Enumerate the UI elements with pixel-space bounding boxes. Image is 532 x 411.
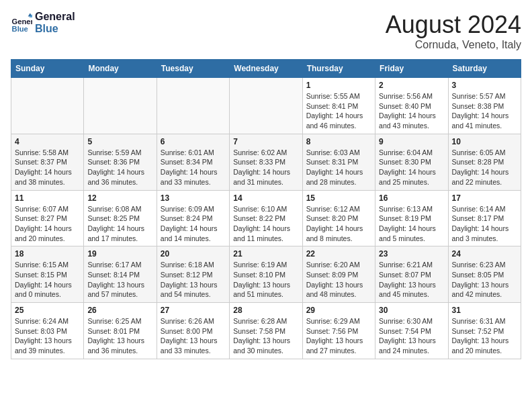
- day-info: Sunrise: 6:02 AM Sunset: 8:33 PM Dayligh…: [233, 148, 298, 187]
- day-number: 16: [379, 193, 444, 203]
- day-info: Sunrise: 6:05 AM Sunset: 8:28 PM Dayligh…: [452, 148, 517, 187]
- weekday-header-sunday: Sunday: [11, 60, 84, 78]
- calendar-week-4: 18Sunrise: 6:15 AM Sunset: 8:15 PM Dayli…: [11, 246, 521, 303]
- calendar-cell: 7Sunrise: 6:02 AM Sunset: 8:33 PM Daylig…: [230, 134, 302, 190]
- day-number: 5: [87, 137, 152, 146]
- calendar-cell: 4Sunrise: 5:58 AM Sunset: 8:37 PM Daylig…: [11, 134, 84, 190]
- day-number: 14: [233, 193, 298, 203]
- day-number: 9: [379, 137, 444, 146]
- day-info: Sunrise: 6:03 AM Sunset: 8:31 PM Dayligh…: [306, 148, 371, 187]
- calendar-cell: 31Sunrise: 6:31 AM Sunset: 7:52 PM Dayli…: [448, 303, 521, 359]
- day-info: Sunrise: 6:30 AM Sunset: 7:54 PM Dayligh…: [379, 316, 444, 356]
- calendar-cell: 24Sunrise: 6:23 AM Sunset: 8:05 PM Dayli…: [448, 246, 521, 303]
- calendar-cell: 22Sunrise: 6:20 AM Sunset: 8:09 PM Dayli…: [302, 246, 375, 303]
- day-number: 19: [87, 249, 152, 259]
- day-info: Sunrise: 6:25 AM Sunset: 8:01 PM Dayligh…: [87, 316, 152, 356]
- day-number: 2: [379, 81, 444, 90]
- day-info: Sunrise: 5:59 AM Sunset: 8:36 PM Dayligh…: [87, 148, 152, 187]
- calendar-cell: 17Sunrise: 6:14 AM Sunset: 8:17 PM Dayli…: [448, 190, 521, 246]
- day-info: Sunrise: 6:15 AM Sunset: 8:15 PM Dayligh…: [15, 260, 80, 300]
- day-number: 21: [233, 249, 298, 259]
- logo: General Blue General Blue: [11, 11, 75, 35]
- calendar-week-5: 25Sunrise: 6:24 AM Sunset: 8:03 PM Dayli…: [11, 303, 521, 359]
- calendar-cell: 23Sunrise: 6:21 AM Sunset: 8:07 PM Dayli…: [375, 246, 448, 303]
- day-info: Sunrise: 6:17 AM Sunset: 8:14 PM Dayligh…: [87, 260, 152, 300]
- day-info: Sunrise: 6:19 AM Sunset: 8:10 PM Dayligh…: [233, 260, 298, 300]
- calendar-cell: 19Sunrise: 6:17 AM Sunset: 8:14 PM Dayli…: [84, 246, 157, 303]
- weekday-header-thursday: Thursday: [302, 60, 375, 78]
- day-info: Sunrise: 6:09 AM Sunset: 8:24 PM Dayligh…: [161, 204, 226, 244]
- calendar-table: SundayMondayTuesdayWednesdayThursdayFrid…: [11, 59, 521, 359]
- calendar-cell: 20Sunrise: 6:18 AM Sunset: 8:12 PM Dayli…: [157, 246, 229, 303]
- day-number: 30: [379, 306, 444, 315]
- calendar-cell: 11Sunrise: 6:07 AM Sunset: 8:27 PM Dayli…: [11, 190, 84, 246]
- calendar-cell: 1Sunrise: 5:55 AM Sunset: 8:41 PM Daylig…: [302, 78, 375, 134]
- weekday-header-friday: Friday: [375, 60, 448, 78]
- calendar-cell: [84, 78, 157, 134]
- calendar-cell: 28Sunrise: 6:28 AM Sunset: 7:58 PM Dayli…: [230, 303, 302, 359]
- day-info: Sunrise: 6:10 AM Sunset: 8:22 PM Dayligh…: [233, 204, 298, 244]
- day-number: 11: [15, 193, 80, 203]
- calendar-cell: 10Sunrise: 6:05 AM Sunset: 8:28 PM Dayli…: [448, 134, 521, 190]
- logo-general: General: [35, 11, 75, 23]
- day-number: 13: [161, 193, 226, 203]
- day-number: 28: [233, 306, 298, 315]
- day-info: Sunrise: 5:57 AM Sunset: 8:38 PM Dayligh…: [452, 91, 517, 131]
- day-info: Sunrise: 6:26 AM Sunset: 8:00 PM Dayligh…: [161, 316, 226, 356]
- calendar-cell: 25Sunrise: 6:24 AM Sunset: 8:03 PM Dayli…: [11, 303, 84, 359]
- weekday-header-saturday: Saturday: [448, 60, 521, 78]
- day-number: 8: [306, 137, 371, 146]
- day-number: 26: [87, 306, 152, 315]
- calendar-header-row: SundayMondayTuesdayWednesdayThursdayFrid…: [11, 60, 521, 78]
- day-info: Sunrise: 6:07 AM Sunset: 8:27 PM Dayligh…: [15, 204, 80, 244]
- calendar-cell: [11, 78, 84, 134]
- day-number: 22: [306, 249, 371, 259]
- day-info: Sunrise: 6:28 AM Sunset: 7:58 PM Dayligh…: [233, 316, 298, 356]
- day-info: Sunrise: 6:20 AM Sunset: 8:09 PM Dayligh…: [306, 260, 371, 300]
- calendar-cell: 6Sunrise: 6:01 AM Sunset: 8:34 PM Daylig…: [157, 134, 229, 190]
- calendar-cell: 15Sunrise: 6:12 AM Sunset: 8:20 PM Dayli…: [302, 190, 375, 246]
- calendar-cell: 30Sunrise: 6:30 AM Sunset: 7:54 PM Dayli…: [375, 303, 448, 359]
- calendar-cell: [230, 78, 302, 134]
- calendar-week-2: 4Sunrise: 5:58 AM Sunset: 8:37 PM Daylig…: [11, 134, 521, 190]
- calendar-cell: [157, 78, 229, 134]
- day-info: Sunrise: 6:24 AM Sunset: 8:03 PM Dayligh…: [15, 316, 80, 356]
- day-info: Sunrise: 6:21 AM Sunset: 8:07 PM Dayligh…: [379, 260, 444, 300]
- day-info: Sunrise: 6:29 AM Sunset: 7:56 PM Dayligh…: [306, 316, 371, 356]
- day-number: 12: [87, 193, 152, 203]
- day-number: 4: [15, 137, 80, 146]
- day-info: Sunrise: 5:55 AM Sunset: 8:41 PM Dayligh…: [306, 91, 371, 131]
- day-number: 3: [452, 81, 517, 90]
- day-info: Sunrise: 6:23 AM Sunset: 8:05 PM Dayligh…: [452, 260, 517, 300]
- calendar-cell: 13Sunrise: 6:09 AM Sunset: 8:24 PM Dayli…: [157, 190, 229, 246]
- day-number: 15: [306, 193, 371, 203]
- day-number: 24: [452, 249, 517, 259]
- day-info: Sunrise: 6:18 AM Sunset: 8:12 PM Dayligh…: [161, 260, 226, 300]
- day-info: Sunrise: 6:14 AM Sunset: 8:17 PM Dayligh…: [452, 204, 517, 244]
- calendar-week-3: 11Sunrise: 6:07 AM Sunset: 8:27 PM Dayli…: [11, 190, 521, 246]
- weekday-header-wednesday: Wednesday: [230, 60, 302, 78]
- day-info: Sunrise: 6:12 AM Sunset: 8:20 PM Dayligh…: [306, 204, 371, 244]
- page-header: General Blue General Blue August 2024 Co…: [11, 11, 521, 51]
- day-info: Sunrise: 6:13 AM Sunset: 8:19 PM Dayligh…: [379, 204, 444, 244]
- day-number: 17: [452, 193, 517, 203]
- day-number: 18: [15, 249, 80, 259]
- day-info: Sunrise: 6:31 AM Sunset: 7:52 PM Dayligh…: [452, 316, 517, 356]
- day-number: 20: [161, 249, 226, 259]
- calendar-cell: 8Sunrise: 6:03 AM Sunset: 8:31 PM Daylig…: [302, 134, 375, 190]
- calendar-cell: 21Sunrise: 6:19 AM Sunset: 8:10 PM Dayli…: [230, 246, 302, 303]
- calendar-cell: 12Sunrise: 6:08 AM Sunset: 8:25 PM Dayli…: [84, 190, 157, 246]
- calendar-cell: 14Sunrise: 6:10 AM Sunset: 8:22 PM Dayli…: [230, 190, 302, 246]
- day-number: 31: [452, 306, 517, 315]
- logo-icon: General Blue: [11, 12, 32, 34]
- day-info: Sunrise: 6:08 AM Sunset: 8:25 PM Dayligh…: [87, 204, 152, 244]
- day-number: 7: [233, 137, 298, 146]
- title-block: August 2024 Cornuda, Veneto, Italy: [386, 11, 521, 51]
- day-info: Sunrise: 5:56 AM Sunset: 8:40 PM Dayligh…: [379, 91, 444, 131]
- day-number: 1: [306, 81, 371, 90]
- logo-blue: Blue: [35, 23, 75, 35]
- svg-text:General: General: [12, 17, 32, 26]
- day-info: Sunrise: 6:01 AM Sunset: 8:34 PM Dayligh…: [161, 148, 226, 187]
- calendar-cell: 3Sunrise: 5:57 AM Sunset: 8:38 PM Daylig…: [448, 78, 521, 134]
- day-number: 10: [452, 137, 517, 146]
